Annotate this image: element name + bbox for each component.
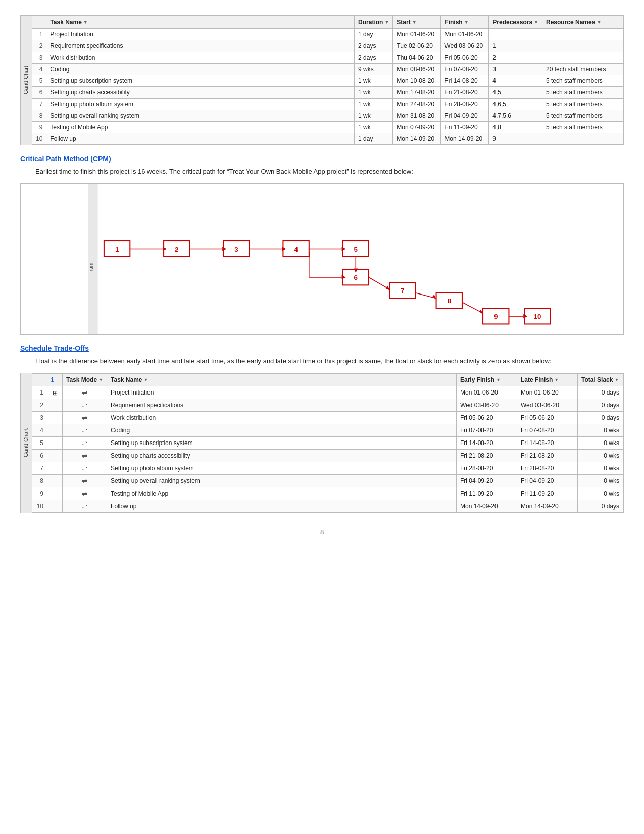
sth-ts[interactable]: Total Slack ▼ — [578, 373, 623, 386]
table-row: 5 ⇌ Setting up subscription system Fri 1… — [32, 436, 623, 449]
task-name: Follow up — [46, 133, 355, 145]
sth-task[interactable]: Task Name ▼ — [107, 373, 457, 386]
table-row: 9 ⇌ Testing of Mobile App Fri 11-09-20 F… — [32, 487, 623, 500]
table-row: 10 ⇌ Follow up Mon 14-09-20 Mon 14-09-20… — [32, 500, 623, 512]
svg-text:10: 10 — [534, 313, 541, 320]
task-mode-icon: ⇌ — [82, 452, 88, 460]
total-slack: 0 wks — [578, 487, 623, 500]
late-finish: Fri 11-09-20 — [517, 487, 578, 500]
task-name: Project Initiation — [46, 29, 355, 40]
row-num: 4 — [32, 424, 47, 436]
task-name: Testing of Mobile App — [107, 487, 457, 500]
row-num: 3 — [32, 52, 46, 64]
finish-date: Mon 01-06-20 — [441, 29, 489, 40]
table-row: 1 Project Initiation 1 day Mon 01-06-20 … — [32, 29, 623, 40]
table-row: 4 Coding 9 wks Mon 08-06-20 Fri 07-08-20… — [32, 64, 623, 75]
total-slack: 0 days — [578, 500, 623, 512]
row-num: 2 — [32, 40, 46, 52]
task-name: Project Initiation — [107, 386, 457, 399]
finish-date: Fri 07-08-20 — [441, 64, 489, 75]
th-num — [32, 16, 46, 29]
early-finish: Fri 21-08-20 — [457, 449, 517, 462]
svg-text:5: 5 — [354, 245, 358, 253]
th-duration[interactable]: Duration ▼ — [355, 16, 393, 29]
task-name: Coding — [46, 64, 355, 75]
sth-lf[interactable]: Late Finish ▼ — [517, 373, 578, 386]
cpm-para: Earliest time to finish this project is … — [20, 167, 624, 177]
task-mode-cell: ⇌ — [63, 462, 107, 474]
table-row: 2 Requirement specifications 2 days Tue … — [32, 40, 623, 52]
early-finish: Mon 01-06-20 — [457, 386, 517, 399]
start-date: Mon 31-08-20 — [393, 110, 441, 122]
duration: 1 day — [355, 29, 393, 40]
svg-text:ram: ram — [88, 262, 94, 271]
row-num: 9 — [32, 122, 46, 133]
th-pred[interactable]: Predecessors ▼ — [489, 16, 542, 29]
svg-text:1: 1 — [115, 245, 119, 253]
row-num: 4 — [32, 64, 46, 75]
resource-names — [542, 52, 623, 64]
late-finish: Fri 14-08-20 — [517, 436, 578, 449]
resource-names: 5 tech staff members — [542, 99, 623, 110]
tradeoffs-title[interactable]: Schedule Trade-Offs — [20, 344, 624, 352]
svg-text:8: 8 — [448, 297, 452, 305]
table-row: 2 ⇌ Requirement specifications Wed 03-06… — [32, 399, 623, 411]
task-mode-icon: ⇌ — [82, 502, 88, 510]
finish-date: Fri 14-08-20 — [441, 75, 489, 87]
late-finish: Fri 21-08-20 — [517, 449, 578, 462]
cpm-diagram: 1 2 3 4 5 6 7 8 9 10 — [20, 183, 624, 335]
resource-names: 5 tech staff members — [542, 87, 623, 99]
task-name: Setting up subscription system — [107, 436, 457, 449]
th-finish[interactable]: Finish ▼ — [441, 16, 489, 29]
th-taskname[interactable]: Task Name ▼ — [46, 16, 355, 29]
sort-arrow-pred: ▼ — [534, 20, 538, 25]
cpm-title[interactable]: Critical Path Method (CPM) — [20, 155, 624, 163]
row-num: 6 — [32, 449, 47, 462]
sort-arrow-stask: ▼ — [144, 377, 148, 382]
duration: 1 day — [355, 133, 393, 145]
task-mode-icon: ⇌ — [82, 464, 88, 472]
svg-text:6: 6 — [354, 274, 358, 281]
th-res[interactable]: Resource Names ▼ — [542, 16, 623, 29]
duration: 1 wk — [355, 122, 393, 133]
task-mode-icon: ⇌ — [82, 388, 88, 397]
predecessors: 9 — [489, 133, 542, 145]
task-mode-icon: ⇌ — [82, 489, 88, 498]
svg-line-33 — [369, 277, 388, 289]
start-date: Mon 01-06-20 — [393, 29, 441, 40]
early-finish: Fri 07-08-20 — [457, 424, 517, 436]
sth-info: ℹ — [47, 373, 63, 386]
grid-icon-cell — [47, 424, 63, 436]
row-num: 1 — [32, 29, 46, 40]
svg-rect-41 — [88, 184, 97, 334]
gantt-label-1: Gantt Chart — [21, 16, 32, 145]
task-name: Follow up — [107, 500, 457, 512]
task-mode-cell: ⇌ — [63, 474, 107, 487]
start-date: Mon 14-09-20 — [393, 133, 441, 145]
predecessors: 4,5 — [489, 87, 542, 99]
predecessors: 4,6,5 — [489, 99, 542, 110]
sched-label: Gantt Chart — [21, 373, 32, 513]
finish-date: Mon 14-09-20 — [441, 133, 489, 145]
total-slack: 0 wks — [578, 449, 623, 462]
task-name: Testing of Mobile App — [46, 122, 355, 133]
task-mode-cell: ⇌ — [63, 399, 107, 411]
total-slack: 0 wks — [578, 474, 623, 487]
task-name: Coding — [107, 424, 457, 436]
start-date: Mon 17-08-20 — [393, 87, 441, 99]
table-row: 5 Setting up subscription system 1 wk Mo… — [32, 75, 623, 87]
task-name: Setting up photo album system — [107, 462, 457, 474]
duration: 1 wk — [355, 87, 393, 99]
task-mode-cell: ⇌ — [63, 386, 107, 399]
page-number: 8 — [20, 528, 624, 536]
sth-ef[interactable]: Early Finish ▼ — [457, 373, 517, 386]
task-mode-icon: ⇌ — [82, 439, 88, 447]
task-mode-icon: ⇌ — [82, 426, 88, 434]
table-row: 7 Setting up photo album system 1 wk Mon… — [32, 99, 623, 110]
row-num: 7 — [32, 99, 46, 110]
table-row: 8 ⇌ Setting up overall ranking system Fr… — [32, 474, 623, 487]
resource-names: 5 tech staff members — [542, 75, 623, 87]
sort-arrow-ts: ▼ — [614, 377, 619, 382]
th-start[interactable]: Start ▼ — [393, 16, 441, 29]
sth-mode[interactable]: Task Mode ▼ — [63, 373, 107, 386]
